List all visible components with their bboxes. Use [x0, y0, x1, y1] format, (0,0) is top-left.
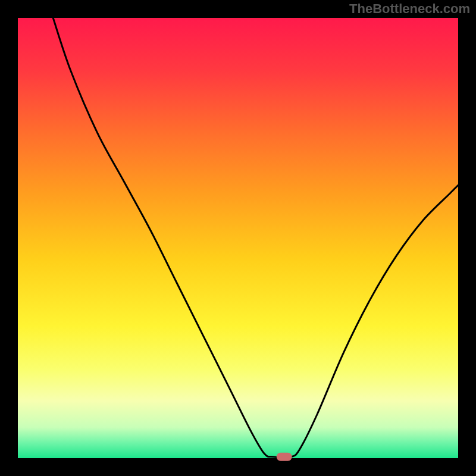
- optimal-marker: [277, 453, 292, 461]
- bottleneck-chart: [0, 0, 476, 476]
- chart-container: TheBottleneck.com: [0, 0, 476, 476]
- plot-background: [18, 18, 458, 458]
- watermark-text: TheBottleneck.com: [349, 1, 470, 17]
